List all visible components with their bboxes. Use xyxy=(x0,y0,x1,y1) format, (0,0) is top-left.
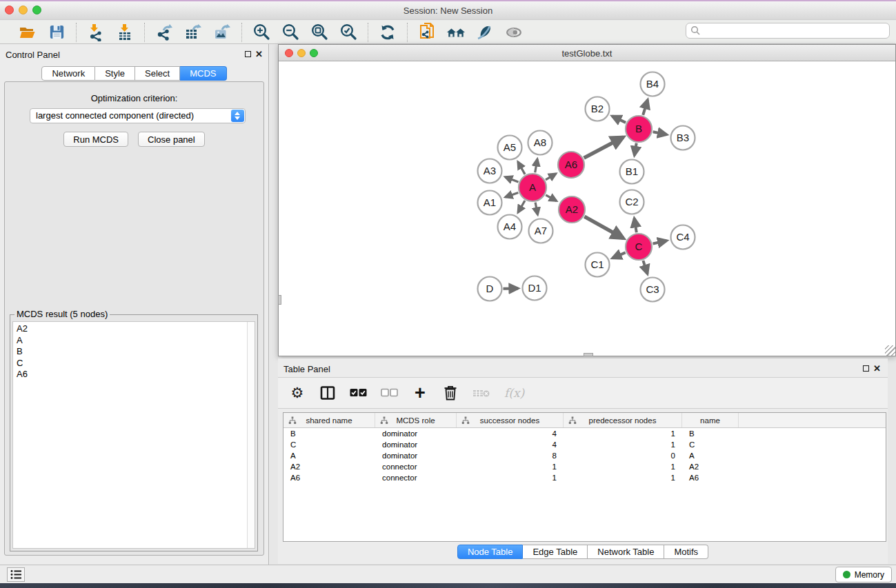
edge-A-A2[interactable] xyxy=(546,195,557,201)
node-C4[interactable]: C4 xyxy=(671,225,695,250)
result-item-a[interactable]: A xyxy=(13,335,255,347)
run-mcds-button[interactable]: Run MCDS xyxy=(63,132,128,147)
edge-A-A5[interactable] xyxy=(518,162,525,174)
import-network-button[interactable] xyxy=(86,23,106,42)
node-B4[interactable]: B4 xyxy=(641,72,665,97)
node-A4[interactable]: A4 xyxy=(498,215,522,239)
float-panel-icon[interactable] xyxy=(245,51,251,57)
add-row-button[interactable]: + xyxy=(412,384,428,402)
save-session-button[interactable] xyxy=(47,23,66,42)
edge-C-C1[interactable] xyxy=(613,252,626,258)
edge-C-C2[interactable] xyxy=(635,219,637,233)
tab-network[interactable]: Network xyxy=(41,66,95,81)
node-A3[interactable]: A3 xyxy=(478,159,502,183)
column-header-mcds-role[interactable]: MCDS role xyxy=(375,413,457,427)
apply-function-button[interactable]: f(x) xyxy=(504,384,524,402)
edge-B-B3[interactable] xyxy=(653,132,667,134)
show-hide-button[interactable] xyxy=(504,23,524,42)
memory-button[interactable]: Memory xyxy=(835,567,892,582)
edge-B-B4[interactable] xyxy=(643,100,648,115)
edge-A-A3[interactable] xyxy=(505,177,518,182)
tab-select[interactable]: Select xyxy=(135,66,180,81)
table-row-a6[interactable]: A6connector11A6 xyxy=(283,472,886,483)
zoom-out-button[interactable] xyxy=(281,23,300,42)
zoom-in-button[interactable] xyxy=(252,23,271,42)
search-input[interactable] xyxy=(686,23,890,39)
bottom-scrollbar-grip[interactable] xyxy=(584,353,593,356)
node-A8[interactable]: A8 xyxy=(528,131,552,155)
open-session-button[interactable] xyxy=(18,23,37,42)
node-C[interactable]: C xyxy=(626,234,652,260)
node-C1[interactable]: C1 xyxy=(586,253,610,277)
edge-A-A6[interactable] xyxy=(546,174,556,180)
result-item-a6[interactable]: A6 xyxy=(13,369,255,381)
edge-C-C4[interactable] xyxy=(653,241,667,243)
refresh-button[interactable] xyxy=(378,23,397,42)
edge-A-A4[interactable] xyxy=(518,201,525,212)
tab-node-table[interactable]: Node Table xyxy=(457,545,524,559)
edge-A-A1[interactable] xyxy=(506,192,519,197)
left-scrollbar-grip[interactable] xyxy=(278,295,281,305)
edge-A6-B[interactable] xyxy=(584,137,624,158)
node-A1[interactable]: A1 xyxy=(478,191,502,215)
table-settings-button[interactable]: ⚙ xyxy=(289,384,306,402)
delete-column-button[interactable] xyxy=(472,384,490,402)
tab-motifs[interactable]: Motifs xyxy=(664,545,708,559)
select-all-button[interactable] xyxy=(350,384,367,402)
edge-B-B1[interactable] xyxy=(635,143,637,156)
show-columns-button[interactable] xyxy=(319,384,336,402)
result-item-c[interactable]: C xyxy=(13,358,255,369)
column-header-successor-nodes[interactable]: successor nodes xyxy=(457,413,564,427)
zoom-fit-button[interactable] xyxy=(310,23,329,42)
node-B1[interactable]: B1 xyxy=(620,160,644,184)
node-C2[interactable]: C2 xyxy=(620,190,644,214)
network-canvas[interactable]: AA6A2BCA1A3A4A5A7A8B1B2B3B4C1C2C3C4DD1 xyxy=(279,61,895,356)
node-A2[interactable]: A2 xyxy=(559,196,585,223)
result-list-scrollbar[interactable] xyxy=(247,322,255,548)
tab-style[interactable]: Style xyxy=(95,66,135,81)
table-close-panel-icon[interactable]: ✕ xyxy=(873,363,881,374)
result-item-b[interactable]: B xyxy=(13,346,255,358)
node-A7[interactable]: A7 xyxy=(529,219,553,243)
node-A5[interactable]: A5 xyxy=(498,136,522,160)
column-header-predecessor-nodes[interactable]: predecessor nodes xyxy=(564,413,682,427)
edge-B-B2[interactable] xyxy=(613,116,626,123)
node-A[interactable]: A xyxy=(519,174,546,201)
window-resize-grip[interactable] xyxy=(885,345,895,356)
node-B3[interactable]: B3 xyxy=(671,126,695,150)
import-table-button[interactable] xyxy=(115,23,135,42)
manage-networks-button[interactable] xyxy=(417,23,437,42)
node-C3[interactable]: C3 xyxy=(641,278,665,302)
node-D1[interactable]: D1 xyxy=(523,276,547,301)
table-row-a2[interactable]: A2connector11A2 xyxy=(283,461,886,472)
tab-edge-table[interactable]: Edge Table xyxy=(523,545,588,559)
export-network-button[interactable] xyxy=(155,23,174,42)
table-row-b[interactable]: Bdominator41B xyxy=(283,428,886,439)
first-neighbors-button[interactable] xyxy=(446,23,466,42)
tab-network-table[interactable]: Network Table xyxy=(588,545,664,559)
column-header-shared-name[interactable]: shared name xyxy=(283,413,375,427)
edge-A-A7[interactable] xyxy=(535,203,537,215)
table-row-a[interactable]: Adominator80A xyxy=(283,450,886,461)
node-B2[interactable]: B2 xyxy=(586,97,610,121)
graphics-details-button[interactable] xyxy=(475,23,495,42)
node-A6[interactable]: A6 xyxy=(558,152,584,178)
criterion-dropdown[interactable]: largest connected component (directed) xyxy=(30,108,246,123)
export-image-button[interactable] xyxy=(212,23,232,42)
tab-mcds[interactable]: MCDS xyxy=(180,66,226,81)
table-row-c[interactable]: Cdominator41C xyxy=(283,439,886,450)
column-header-name[interactable]: name xyxy=(682,413,739,427)
edge-A2-C[interactable] xyxy=(584,216,623,238)
close-panel-icon[interactable]: ✕ xyxy=(255,49,263,59)
node-B[interactable]: B xyxy=(626,116,652,142)
result-item-a2[interactable]: A2 xyxy=(13,323,255,335)
task-history-button[interactable] xyxy=(7,567,25,582)
network-window-titlebar[interactable]: testGlobe.txt xyxy=(279,45,895,61)
delete-row-button[interactable] xyxy=(442,384,459,402)
deselect-all-button[interactable] xyxy=(381,384,398,402)
table-float-panel-icon[interactable] xyxy=(863,365,869,372)
export-table-button[interactable] xyxy=(183,23,203,42)
zoom-selected-button[interactable] xyxy=(339,23,358,42)
edge-C-C3[interactable] xyxy=(643,261,647,274)
close-panel-button[interactable]: Close panel xyxy=(138,132,205,147)
